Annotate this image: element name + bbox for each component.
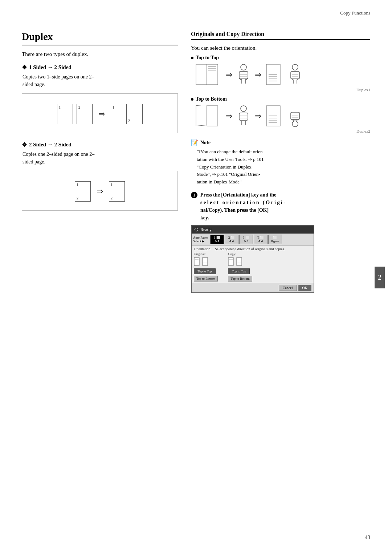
- svg-rect-19: [291, 72, 299, 79]
- lcd-copy-label: Copy:: [228, 252, 236, 256]
- person-icon2: [288, 64, 302, 86]
- arrow1: ⇒: [98, 109, 105, 119]
- slot-3[interactable]: 3 ⬜A 3: [239, 235, 253, 244]
- section1-desc: Copies two 1–side pages on one 2–sided p…: [22, 73, 178, 88]
- lcd-screen: Ready Auto PaperSelect ▶ 1 ⬜A 4 2 ⬜A 4 3…: [191, 225, 314, 293]
- header-text: Copy Functions: [340, 10, 370, 16]
- btn-top-to-top-copy[interactable]: Top to Top: [228, 268, 250, 274]
- slot-2[interactable]: 2 ⬜A 4: [225, 235, 238, 244]
- copy-icon1: [228, 257, 235, 267]
- bullet-dot2: [191, 98, 193, 101]
- orig-icon1: [194, 257, 201, 267]
- person-icon4: [288, 105, 302, 127]
- slot-t[interactable]: T ⬜A 4: [254, 235, 268, 244]
- section1-heading: ❖ 1 Sided → 2 Sided: [22, 64, 178, 71]
- ok-button[interactable]: OK: [298, 285, 311, 291]
- svg-point-18: [292, 64, 298, 70]
- svg-rect-27: [207, 106, 218, 126]
- intro-text: There are two types of duplex.: [22, 51, 178, 57]
- right-section-heading: Originals and Copy Direction: [191, 31, 370, 40]
- lcd-copy-col: Copy: Top to Top Top to Bottom: [228, 252, 252, 281]
- diamond-icon1: ❖: [22, 64, 27, 71]
- svg-rect-47: [194, 258, 199, 266]
- page-rect-2s-front: 1 2: [75, 181, 91, 202]
- closed-doc1: [266, 64, 284, 86]
- section2-heading: ❖ 2 Sided → 2 Sided: [22, 141, 178, 148]
- note-text: □ You can change the default orien- tati…: [191, 148, 370, 186]
- svg-rect-51: [228, 258, 233, 266]
- page-header: Copy Functions: [0, 0, 392, 19]
- btn-top-to-bottom-orig[interactable]: Top to Bottom: [194, 276, 218, 281]
- lcd-ready-dot: [195, 228, 198, 231]
- arrow6: ⇒: [255, 112, 261, 121]
- step1-heading: 1 Press the [Orientation] key and the s …: [191, 191, 370, 222]
- diamond-icon2: ❖: [22, 141, 27, 148]
- arrow2: ⇒: [97, 187, 103, 196]
- caption2: Duplex2: [191, 129, 370, 133]
- diagram2: 1 2 ⇒ 1 2: [22, 171, 178, 211]
- lcd-bottom-row: Cancel OK: [192, 283, 314, 292]
- svg-rect-0: [196, 64, 207, 85]
- page-rect-result-front: 1: [111, 104, 127, 124]
- auto-paper-label: Auto PaperSelect ▶: [193, 236, 208, 243]
- page-rect-2: 2: [77, 104, 93, 124]
- bullet-dot1: [191, 57, 193, 59]
- person-icon3: [237, 105, 250, 127]
- svg-rect-26: [196, 105, 207, 126]
- lcd-orig-col: Original: Top to Top Top to Bottom: [194, 252, 218, 281]
- page-rect-2s-result: 1 2: [109, 181, 125, 202]
- page-rect-result-back: 2: [127, 104, 143, 124]
- cancel-button[interactable]: Cancel: [279, 285, 297, 291]
- lcd-orient-label: Orientation Select opening direction of …: [194, 247, 311, 251]
- note-section: 📝 Note □ You can change the default orie…: [191, 139, 370, 186]
- svg-point-40: [292, 121, 298, 127]
- bullet-top-to-top: Top to Top: [191, 55, 370, 61]
- svg-rect-1: [207, 64, 218, 85]
- step-num-circle: 1: [191, 192, 197, 198]
- step1-section: 1 Press the [Orientation] key and the s …: [191, 191, 370, 293]
- svg-rect-6: [239, 72, 248, 79]
- section2-desc: Copies one 2–sided page on one 2–sided p…: [22, 150, 178, 166]
- btn-top-to-bottom-copy[interactable]: Top to Bottom: [228, 276, 252, 281]
- closed-doc2: [266, 105, 284, 127]
- page-rect-1: 1: [57, 104, 73, 124]
- side-tab: 2: [375, 267, 385, 288]
- page-number: 43: [365, 534, 370, 540]
- bullet-top-to-bottom: Top to Bottom: [191, 96, 370, 102]
- diagram1: 1 2 ⇒ 1 2: [22, 93, 178, 133]
- orig-icon2: [202, 257, 209, 267]
- svg-rect-29: [239, 113, 248, 120]
- btn-top-to-top-orig[interactable]: Top to Top: [194, 268, 216, 274]
- orient-diagram-top-to-top: ⇒ ⇒: [191, 64, 370, 86]
- copy-icon2: [236, 257, 244, 267]
- caption1: Duplex1: [191, 88, 370, 92]
- lcd-orient-row: Orientation Select opening direction of …: [192, 245, 314, 283]
- arrow4: ⇒: [255, 70, 261, 80]
- note-icon: 📝: [191, 139, 198, 146]
- svg-point-5: [241, 64, 246, 70]
- slot-1[interactable]: 1 ⬜A 4: [210, 235, 224, 244]
- lcd-title-bar: Ready: [192, 226, 314, 234]
- left-column: Duplex There are two types of duplex. ❖ …: [22, 31, 178, 293]
- open-book-icon1: [195, 64, 221, 86]
- person-icon1: [237, 64, 250, 86]
- lcd-orient-options: Original: Top to Top Top to Bottom Copy:: [194, 252, 311, 281]
- arrow5: ⇒: [226, 112, 232, 121]
- svg-rect-49: [203, 258, 208, 266]
- step1-text: Press the [Orientation] key and the s e …: [200, 191, 285, 222]
- slot-bypass[interactable]: ⬜Bypass: [268, 235, 282, 244]
- orient-intro: You can select the orientation.: [191, 45, 370, 51]
- lcd-orig-label: Original:: [194, 252, 206, 256]
- open-book-icon2: [195, 105, 221, 127]
- right-column: Originals and Copy Direction You can sel…: [191, 31, 370, 293]
- orient-diagram-top-to-bottom: ⇒ ⇒: [191, 105, 370, 127]
- svg-rect-53: [237, 258, 242, 266]
- lcd-ready-text: Ready: [200, 227, 212, 232]
- page-title: Duplex: [22, 31, 178, 45]
- note-heading: 📝 Note: [191, 139, 370, 146]
- lcd-paper-row: Auto PaperSelect ▶ 1 ⬜A 4 2 ⬜A 4 3 ⬜A 3 …: [192, 234, 314, 245]
- arrow3: ⇒: [226, 70, 232, 80]
- svg-rect-41: [291, 112, 299, 119]
- svg-point-28: [241, 106, 246, 112]
